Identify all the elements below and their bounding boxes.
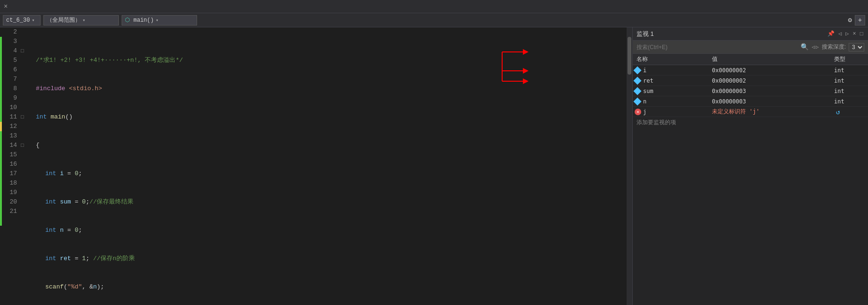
dropdown-arrow-fn: ▾: [156, 17, 158, 23]
watch-val-n: 0x00000003: [708, 98, 830, 105]
code-area[interactable]: /*求1! +2! +3! +4!+······+n!, 不考虑溢出*/ #in…: [34, 27, 627, 305]
diamond-icon-n: [634, 97, 642, 105]
arrow-right-button[interactable]: ▷: [844, 30, 850, 37]
watch-panel: 监视 1 📌 ◁ ▷ × □ 🔍 ◁ ▷ 搜索深度: 3 1 2 4: [632, 27, 868, 305]
add-button[interactable]: +: [855, 15, 865, 25]
watch-search-bar: 🔍 ◁ ▷ 搜索深度: 3 1 2 4 5: [633, 41, 868, 54]
collapse-for[interactable]: □: [21, 112, 24, 122]
depth-label: 搜索深度:: [822, 43, 846, 51]
pin-button[interactable]: 📌: [827, 30, 835, 37]
main-content: 23456789101112131415161718192021 □ □ □: [0, 27, 868, 305]
watch-row-ret[interactable]: ret 0x00000002 int: [633, 76, 868, 86]
search-nav: ◁ ▷: [811, 44, 818, 50]
code-line-9: int ret = 1; //保存n的阶乘: [34, 254, 627, 263]
collapse-for2[interactable]: □: [21, 141, 24, 150]
gear-icon[interactable]: ⚙: [848, 16, 852, 24]
watch-add-label: 添加要监视的项: [637, 119, 676, 127]
code-line-8: int n = 0;: [34, 226, 627, 235]
watch-name-i: i: [633, 67, 708, 74]
watch-type-i: int: [830, 67, 868, 74]
watch-name-n: n: [633, 98, 708, 105]
watch-name-j: ✕ j: [633, 109, 708, 115]
watch-add-row[interactable]: 添加要监视的项: [633, 117, 868, 127]
function-dropdown[interactable]: ⬡ main() ▾: [122, 15, 197, 25]
maximize-button[interactable]: □: [859, 31, 864, 37]
depth-select[interactable]: 3 1 2 4 5: [849, 43, 864, 51]
watch-row-j[interactable]: ✕ j 未定义标识符 'j' ↺: [633, 107, 868, 117]
scope-label: （全局范围）: [47, 16, 81, 24]
code-line-6: int i = 0;: [34, 169, 627, 178]
code-line-4: int main(): [34, 112, 627, 122]
watch-name-sum: sum: [633, 88, 708, 94]
dropdown-arrow-scope: ▾: [83, 17, 85, 23]
toolbar-row: ct_6_30 ▾ （全局范围） ▾ ⬡ main() ▾ ⚙ +: [0, 13, 868, 27]
code-line-5: {: [34, 141, 627, 150]
watch-table: i 0x00000002 int ret 0x00000002 int sum: [633, 65, 868, 305]
watch-type-sum: int: [830, 88, 868, 94]
indent-guide: [29, 27, 34, 305]
dropdown-arrow-file: ▾: [32, 17, 34, 23]
diamond-icon-ret: [634, 76, 642, 85]
watch-row-n[interactable]: n 0x00000003 int: [633, 96, 868, 107]
col-value-header: 值: [708, 55, 830, 63]
watch-val-sum: 0x00000003: [708, 88, 830, 94]
function-label: main(): [133, 17, 154, 24]
watch-type-n: int: [830, 98, 868, 105]
code-lines: /*求1! +2! +3! +4!+······+n!, 不考虑溢出*/ #in…: [34, 27, 627, 305]
scope-dropdown[interactable]: （全局范围） ▾: [43, 15, 119, 25]
diamond-icon-sum: [634, 87, 642, 95]
nav-left-button[interactable]: ◁: [811, 44, 815, 50]
watch-val-ret: 0x00000002: [708, 77, 830, 84]
watch-controls: 📌 ◁ ▷ × □: [827, 30, 864, 37]
code-line-7: int sum = 0;//保存最终结果: [34, 197, 627, 207]
function-icon: ⬡: [125, 17, 130, 24]
watch-table-header: 名称 值 类型: [633, 54, 868, 65]
watch-type-j: ↺: [830, 108, 868, 116]
file-label: ct_6_30: [6, 17, 30, 24]
error-icon-j: ✕: [635, 109, 641, 115]
watch-row-sum[interactable]: sum 0x00000003 int: [633, 86, 868, 96]
refresh-icon-j[interactable]: ↺: [836, 108, 840, 116]
watch-title: 监视 1: [637, 30, 654, 38]
top-bar: ×: [0, 0, 868, 13]
code-line-10: scanf("%d", &n);: [34, 282, 627, 292]
line-numbers: 23456789101112131415161718192021: [2, 27, 21, 305]
watch-row-i[interactable]: i 0x00000002 int: [633, 65, 868, 76]
code-editor: 23456789101112131415161718192021 □ □ □: [0, 27, 632, 305]
col-name-header: 名称: [633, 55, 708, 63]
search-icon[interactable]: 🔍: [801, 43, 809, 51]
col-type-header: 类型: [830, 55, 868, 63]
nav-right-button[interactable]: ▷: [816, 44, 819, 50]
diamond-icon-i: [634, 66, 642, 74]
watch-name-ret: ret: [633, 77, 708, 84]
watch-search-input[interactable]: [637, 44, 798, 51]
scrollbar-thumb[interactable]: [628, 37, 631, 75]
code-line-3: #include <stdio.h>: [34, 84, 627, 93]
watch-val-j: 未定义标识符 'j': [708, 108, 830, 116]
vertical-scrollbar[interactable]: [627, 27, 632, 305]
close-button[interactable]: ×: [4, 3, 8, 10]
watch-val-i: 0x00000002: [708, 67, 830, 74]
file-dropdown[interactable]: ct_6_30 ▾: [3, 15, 41, 25]
watch-header: 监视 1 📌 ◁ ▷ × □: [633, 27, 868, 41]
code-scroll[interactable]: 23456789101112131415161718192021 □ □ □: [0, 27, 632, 305]
gutter: □ □ □: [21, 27, 29, 305]
code-line-2: /*求1! +2! +3! +4!+······+n!, 不考虑溢出*/: [34, 56, 627, 65]
collapse-main[interactable]: □: [21, 46, 24, 56]
watch-type-ret: int: [830, 77, 868, 84]
arrow-left-button[interactable]: ◁: [837, 30, 843, 37]
unpin-button[interactable]: ×: [852, 31, 857, 37]
